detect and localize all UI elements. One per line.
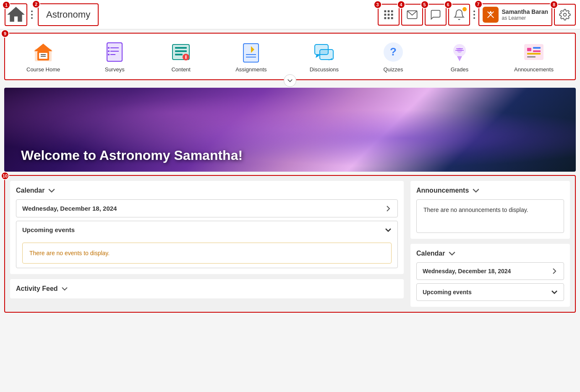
nav-assignments[interactable]: Assignments xyxy=(229,38,273,75)
hero-welcome-text: Welcome to Astronomy Samantha! xyxy=(21,148,243,163)
badge-2: 2 xyxy=(32,0,40,8)
hero-banner: Welcome to Astronomy Samantha! xyxy=(4,88,576,172)
email-icon xyxy=(406,9,418,21)
nav-discussions[interactable]: Discussions xyxy=(303,38,345,75)
chevron-down-icon xyxy=(287,78,293,84)
nav-content[interactable]: Content xyxy=(162,38,199,75)
right-upcoming-events-section: Upcoming events xyxy=(416,283,564,301)
notifications-button-wrapper: 6 xyxy=(447,4,471,26)
user-role: as Learner xyxy=(502,15,548,21)
calendar-date-row[interactable]: Wednesday, December 18, 2024 xyxy=(16,199,398,217)
activity-feed-label: Activity Feed xyxy=(16,285,58,293)
chat-icon xyxy=(430,9,442,21)
right-upcoming-events-label: Upcoming events xyxy=(423,289,472,295)
announcements-icon-nav xyxy=(522,40,546,64)
separator-dots xyxy=(29,10,35,19)
right-upcoming-events-header[interactable]: Upcoming events xyxy=(417,284,564,301)
svg-marker-12 xyxy=(34,44,52,51)
svg-rect-8 xyxy=(391,17,393,19)
badge-5: 5 xyxy=(421,0,429,9)
right-calendar-widget-header[interactable]: Calendar xyxy=(416,250,564,257)
nav-surveys[interactable]: Surveys xyxy=(96,38,133,75)
activity-feed-header[interactable]: Activity Feed xyxy=(16,285,398,293)
grid-icon xyxy=(383,9,395,21)
svg-point-22 xyxy=(108,47,110,49)
nav-course-home[interactable]: Course Home xyxy=(20,38,67,75)
calendar-chevron-icon xyxy=(48,187,55,194)
home-button[interactable]: 1 xyxy=(5,3,27,26)
nav-discussions-label: Discussions xyxy=(310,66,339,73)
discussions-icon xyxy=(312,40,336,64)
svg-rect-5 xyxy=(391,13,393,16)
right-calendar-chevron-icon xyxy=(448,250,456,257)
badge-1: 1 xyxy=(2,1,10,9)
right-column: Announcements There are no announcements… xyxy=(410,181,570,307)
badge-3: 3 xyxy=(374,0,382,9)
course-title[interactable]: Astronomy xyxy=(38,3,99,26)
badge-9: 9 xyxy=(1,29,9,38)
nav-course-home-label: Course Home xyxy=(26,66,60,73)
announcements-widget-header[interactable]: Announcements xyxy=(416,187,564,194)
svg-rect-27 xyxy=(175,47,187,49)
svg-point-23 xyxy=(108,50,110,52)
quizzes-icon: ? xyxy=(381,40,405,64)
calendar-widget: Calendar Wednesday, December 18, 2024 Up… xyxy=(10,181,404,274)
user-info: Samantha Baran as Learner xyxy=(502,8,548,21)
activity-feed-widget: Activity Feed xyxy=(10,279,404,298)
svg-rect-2 xyxy=(391,10,393,12)
right-calendar-date-row[interactable]: Wednesday, December 18, 2024 xyxy=(416,262,564,280)
nav-announcements[interactable]: Announcements xyxy=(507,38,560,75)
svg-rect-0 xyxy=(384,10,386,12)
svg-text:?: ? xyxy=(390,45,397,58)
svg-rect-28 xyxy=(175,50,187,52)
svg-rect-53 xyxy=(527,53,541,55)
gear-icon xyxy=(559,9,571,21)
svg-rect-4 xyxy=(387,13,389,16)
left-column: Calendar Wednesday, December 18, 2024 Up… xyxy=(10,181,404,307)
calendar-date: Wednesday, December 18, 2024 xyxy=(22,205,117,212)
calendar-widget-header[interactable]: Calendar xyxy=(16,187,398,194)
nav-surveys-label: Surveys xyxy=(105,66,125,73)
announcements-title: Announcements xyxy=(416,187,469,194)
collapse-nav-button[interactable] xyxy=(284,74,296,87)
svg-point-24 xyxy=(108,54,110,55)
nav-quizzes[interactable]: ? Quizzes xyxy=(375,38,412,75)
notification-indicator xyxy=(462,7,467,11)
right-calendar-widget: Calendar Wednesday, December 18, 2024 Up… xyxy=(410,244,570,307)
right-upcoming-chevron-icon xyxy=(551,289,558,295)
announcements-widget: Announcements There are no announcements… xyxy=(410,181,570,239)
email-button-wrapper: 4 xyxy=(400,4,424,26)
course-home-icon xyxy=(31,40,55,64)
right-calendar-date: Wednesday, December 18, 2024 xyxy=(423,268,511,274)
user-section-wrapper: 7 Samantha Baran as Learner xyxy=(478,3,553,26)
nav-quizzes-label: Quizzes xyxy=(384,66,403,73)
nav-assignments-label: Assignments xyxy=(235,66,266,73)
chat-button-wrapper: 5 xyxy=(424,4,447,26)
svg-rect-29 xyxy=(175,54,183,55)
badge-6: 6 xyxy=(444,0,452,9)
avatar xyxy=(483,7,499,23)
svg-rect-7 xyxy=(387,17,389,19)
content-icon xyxy=(169,40,193,64)
nav-grades-label: Grades xyxy=(451,66,469,73)
badge-8: 8 xyxy=(550,0,558,9)
surveys-icon xyxy=(103,40,126,64)
announcements-box: There are no announcements to display. xyxy=(416,199,564,233)
svg-rect-52 xyxy=(533,50,541,52)
separator-dots-2 xyxy=(471,10,478,19)
upcoming-events-section: Upcoming events There are no events to d… xyxy=(16,221,398,268)
settings-button-wrapper: 8 xyxy=(553,4,577,26)
svg-point-10 xyxy=(564,13,567,16)
user-profile[interactable]: Samantha Baran as Learner xyxy=(478,3,552,26)
activity-feed-chevron-icon xyxy=(61,285,68,292)
no-announcements-text: There are no announcements to display. xyxy=(423,206,528,213)
nav-grades[interactable]: Grades xyxy=(441,38,478,75)
nav-content-label: Content xyxy=(171,66,191,73)
course-title-wrapper: 2 Astronomy xyxy=(35,3,101,26)
right-calendar-title: Calendar xyxy=(416,250,445,257)
upcoming-events-header[interactable]: Upcoming events xyxy=(16,221,397,238)
svg-rect-17 xyxy=(107,43,122,61)
no-events-message: There are no events to display. xyxy=(22,243,392,264)
main-content: Calendar Wednesday, December 18, 2024 Up… xyxy=(4,175,576,313)
svg-rect-40 xyxy=(320,50,333,60)
